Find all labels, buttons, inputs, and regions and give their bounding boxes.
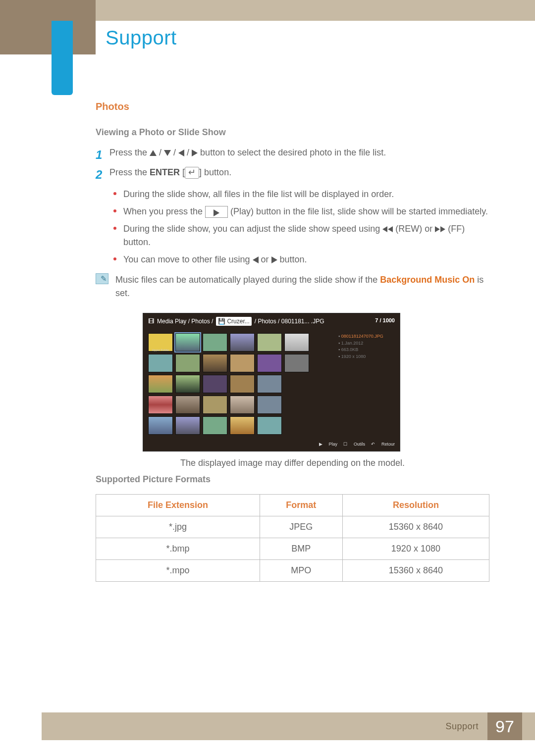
page-footer: Support 97 — [42, 712, 535, 740]
col-file-extension: File Extension — [96, 494, 260, 516]
upper-folder: Upper Folder — [148, 333, 173, 352]
page-number: 97 — [487, 712, 522, 740]
step-number: 2 — [96, 166, 109, 184]
breadcrumb: 🎞 Media Play / Photos / 💾 Cruzer... / Ph… — [143, 313, 400, 329]
formats-table: File Extension Format Resolution *.jpgJP… — [96, 494, 489, 582]
bullet-item: You can move to other file using or butt… — [113, 253, 489, 266]
media-play-footer: ▶ Play ☐ Outils ↶ Retour — [143, 440, 400, 451]
bullet-item: During the slide show, you can adjust th… — [113, 222, 489, 249]
section-heading-photos: Photos — [96, 99, 489, 114]
rewind-icon — [382, 226, 393, 232]
step-1-text: Press the / / / button to select the des… — [109, 146, 489, 164]
col-resolution: Resolution — [342, 494, 489, 516]
page-title: Support — [106, 27, 177, 49]
play-button-icon — [205, 206, 228, 218]
note-text: Music files can be automatically played … — [115, 273, 489, 300]
item-counter: 7 / 1000 — [375, 316, 395, 325]
figure-caption: The displayed image may differ depending… — [96, 456, 489, 470]
device-chip: 💾 Cruzer... — [216, 317, 251, 326]
bullet-item: When you press the (Play) button in the … — [113, 205, 489, 218]
chapter-tab — [52, 21, 73, 95]
arrow-right-icon — [192, 150, 198, 156]
arrow-right-icon — [271, 256, 277, 263]
subheading-viewing: Viewing a Photo or Slide Show — [96, 126, 489, 139]
media-play-icon: 🎞 — [148, 317, 154, 326]
step-2-text: Press the ENTER [↵] button. — [109, 166, 489, 184]
arrow-up-icon — [150, 150, 157, 156]
thumbnail-grid: Upper Folder — [143, 329, 336, 440]
arrow-left-icon — [178, 150, 184, 156]
note-icon — [96, 273, 108, 284]
step-number: 1 — [96, 146, 109, 164]
enter-button-icon: ↵ — [185, 167, 199, 179]
media-play-screenshot: 🎞 Media Play / Photos / 💾 Cruzer... / Ph… — [143, 313, 400, 452]
arrow-left-icon — [253, 256, 259, 263]
table-row: *.bmpBMP1920 x 1080 — [96, 538, 489, 559]
subheading-formats: Supported Picture Formats — [96, 473, 489, 486]
thumbnail-selected — [175, 333, 200, 352]
footer-section-name: Support — [445, 721, 479, 732]
fast-forward-icon — [435, 226, 445, 232]
table-row: *.mpoMPO15360 x 8640 — [96, 559, 489, 581]
col-format: Format — [260, 494, 342, 516]
file-info-panel: 0801181247070.JPG 1.Jan.2012 663.0KB 192… — [336, 329, 400, 440]
table-row: *.jpgJPEG15360 x 8640 — [96, 516, 489, 538]
arrow-down-icon — [164, 150, 171, 156]
bullet-item: During the slide show, all files in the … — [113, 188, 489, 201]
